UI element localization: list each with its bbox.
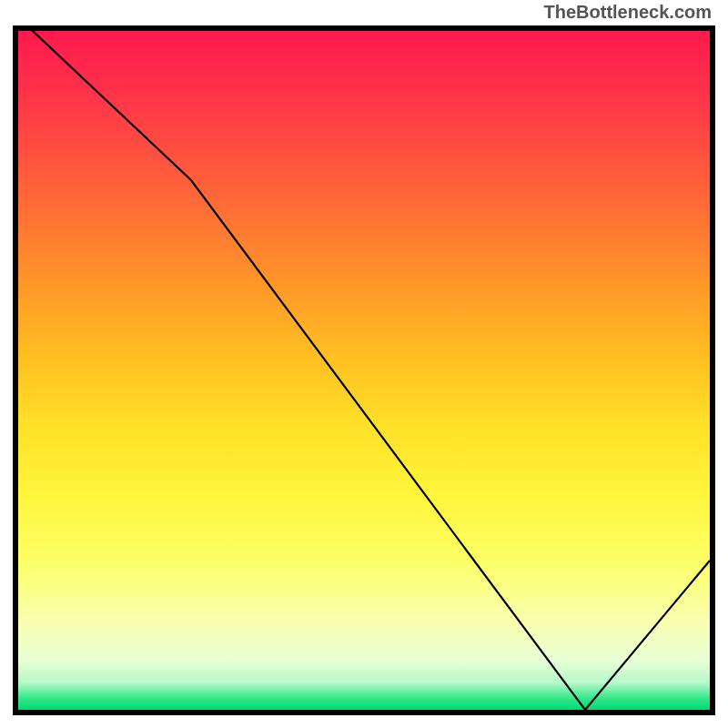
bottleneck-curve — [18, 31, 710, 710]
plot-frame — [13, 25, 715, 715]
attribution-text: TheBottleneck.com — [544, 2, 712, 23]
plot-area — [18, 31, 710, 710]
